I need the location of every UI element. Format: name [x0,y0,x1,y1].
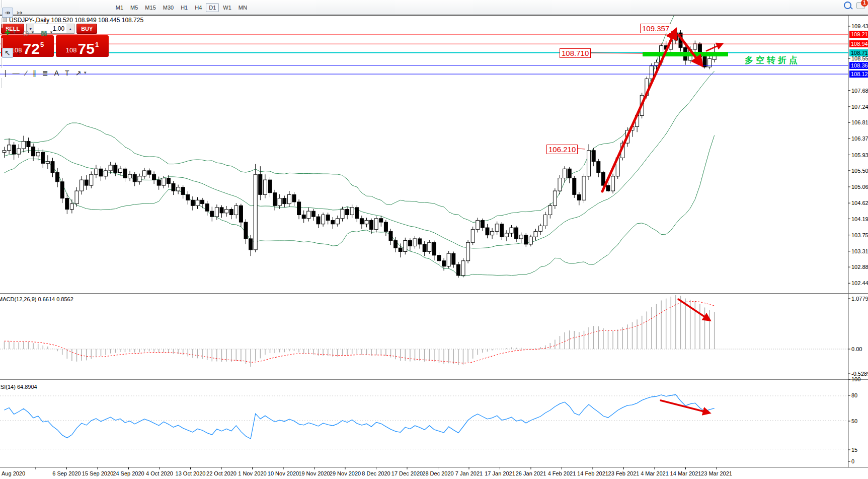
price-axis-label: 102.880 [851,264,868,270]
price-label-106210[interactable]: 106.210 [546,145,578,154]
templates-button[interactable]: ▩▼ [38,28,56,38]
candle-body [374,219,378,230]
price-label-108710[interactable]: 108.710 [560,48,591,58]
price-axis-label: 109.430 [851,23,868,29]
candle-body [491,231,494,235]
candle-body [46,162,49,164]
bollinger-band [5,71,715,248]
pane-separator[interactable] [0,293,868,294]
date-axis-label: 23 Mar 2021 [701,470,732,476]
candle-body [205,204,209,212]
price-axis-label: 105.930 [851,152,868,158]
crosshair-button[interactable]: + [14,48,23,58]
candle-body [123,169,127,178]
chevron-down-icon: ▼ [83,71,87,75]
notification-badge[interactable]: 1 [861,0,868,7]
price-label-109357[interactable]: 109.357 [640,24,671,33]
trendline-icon: ∕ [26,70,27,77]
chart-shift-button[interactable]: ↣ [14,8,25,18]
auto-scroll-button[interactable]: ↠ [2,8,13,18]
price-axis-badge: 108.128 [849,71,868,78]
candle-body [56,173,59,182]
date-axis-label: 13 Oct 2020 [176,470,206,476]
text-button[interactable]: A [52,68,61,78]
timeframe-h4[interactable]: H4 [192,3,205,12]
date-axis-label: 1 Nov 2020 [238,470,266,476]
candle-body [466,242,470,261]
date-axis-label: 4 Oct 2020 [146,470,173,476]
timeframe-m5[interactable]: M5 [127,3,141,12]
timeframe-w1[interactable]: W1 [220,3,234,12]
timeframe-m1[interactable]: M1 [113,3,126,12]
timeframe-mn[interactable]: MN [235,3,250,12]
fibonacci-button[interactable]: ≣ [40,68,51,78]
pane-separator[interactable] [0,379,868,380]
date-axis-label: 23 Feb 2021 [608,470,640,476]
toolbar-separator [2,0,3,8]
timeframe-d1[interactable]: D1 [206,3,219,12]
vertical-line-button[interactable]: | [2,68,9,78]
support-highlight-bar[interactable] [643,52,728,56]
candle-body [346,210,349,215]
candle-body [278,198,281,206]
rsi-axis-label: 100 [851,376,860,382]
date-axis-label: 19 Nov 2020 [298,470,330,476]
candle-body [191,200,194,206]
candle-body [27,141,30,147]
candle-body [534,231,537,237]
chevron-down-icon: ▼ [13,31,17,35]
candle-body [51,162,54,173]
candle-body [220,208,223,213]
periods-button[interactable]: ◷▼ [20,28,37,38]
timeframe-h1[interactable]: H1 [178,3,191,12]
candle-body [548,206,552,215]
candle-body [495,224,499,232]
date-axis-label: 14 Feb 2021 [577,470,608,476]
candle-body [597,162,600,173]
trend-arrow[interactable] [661,400,708,413]
label-connector [578,149,585,149]
candle-body [263,180,267,194]
horizontal-line-button[interactable]: — [10,68,22,78]
price-axis-label: 105.060 [851,184,868,190]
candle-body [8,145,11,151]
date-axis-label: 26 Jan 2021 [516,470,546,476]
price-axis-label: 104.190 [851,216,868,222]
trendline-button[interactable]: ∕ [23,68,29,78]
candle-body [408,241,412,246]
periods-icon: ◷ [23,29,29,36]
price-axis-label: 107.680 [851,88,868,94]
channel-button[interactable]: ∥ [30,68,39,78]
candle-body [60,182,64,198]
price-axis-badge: 108.710 [849,49,868,56]
timeframe-m15[interactable]: M15 [142,3,159,12]
toolbar-group: |—∕∥≣AT↗▼ [0,68,112,78]
vertical-line-icon: | [5,70,7,77]
trend-arrow[interactable] [678,299,708,319]
chart-canvas[interactable] [0,0,868,479]
candle-body [476,220,480,229]
timeframe-m30[interactable]: M30 [160,3,177,12]
candle-body [515,228,518,239]
candle-body [152,174,156,180]
candle-body [529,237,532,244]
candle-body [582,176,586,200]
cursor-button[interactable]: ↖ [2,48,13,58]
chat-icon[interactable]: 1 [856,2,865,9]
trend-arrow[interactable] [602,32,675,191]
candle-body [22,141,25,149]
candle-body [249,239,253,250]
indicators-button[interactable]: ✚▼ [2,28,19,38]
rsi-axis-label: 0 [851,458,854,464]
label-button[interactable]: T [62,68,72,78]
timeframe-toolbar: M1M5M15M30H1H4D1W1MN [112,3,251,12]
candle-body [461,261,465,276]
arrows-button[interactable]: ↗▼ [73,68,90,78]
candle-body [432,242,436,255]
search-icon[interactable] [844,2,851,9]
toolbar-separator [2,78,3,88]
date-axis-label: 4 Mar 2021 [641,470,669,476]
chinese-annotation[interactable]: 多空转折点 [745,54,800,66]
trend-arrow[interactable] [706,44,721,51]
candle-body [428,242,431,251]
